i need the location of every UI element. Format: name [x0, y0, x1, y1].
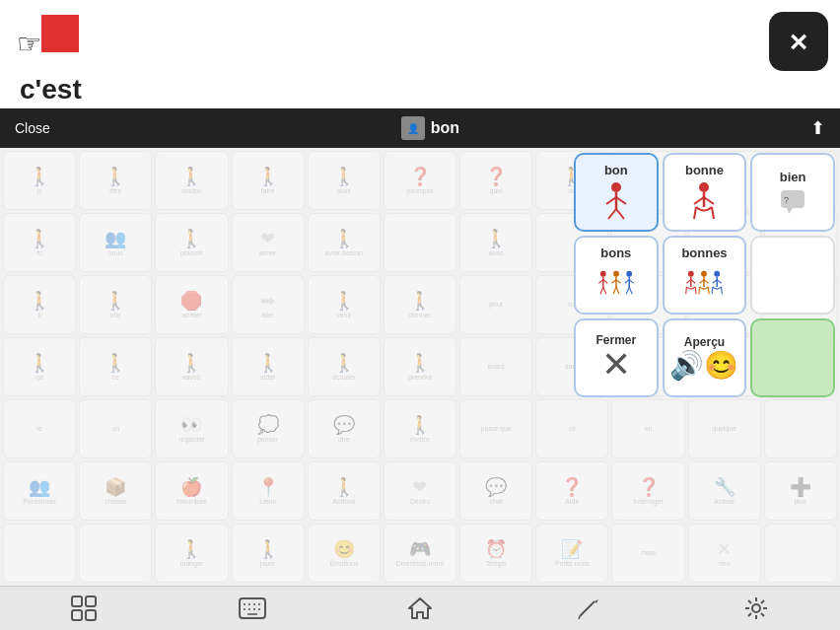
pencil-icon [575, 595, 600, 621]
variant-bon[interactable]: bon [574, 153, 659, 232]
svg-point-27 [626, 270, 632, 276]
close-x-button[interactable]: × [769, 12, 828, 71]
main-area: 🚶je🚶être🚶vouloir🚶faire🚶avoir❓pourquoi❓qu… [0, 148, 840, 586]
svg-line-38 [696, 286, 697, 293]
variant-bonne[interactable]: bonne [663, 153, 747, 232]
nav-share-button[interactable]: ⬆ [810, 117, 825, 139]
bg-cell-34: 🚶ce [79, 337, 152, 396]
bg-cell-11: 🚶tu [3, 213, 76, 272]
phrase-area: ☞ c'est [15, 10, 84, 105]
svg-point-45 [715, 270, 721, 276]
svg-rect-51 [72, 596, 82, 606]
bg-cell-4: 🚶avoir [308, 151, 381, 210]
bg-cell-68: 🚶manger [155, 524, 228, 583]
svg-point-15 [600, 270, 606, 276]
svg-line-44 [709, 286, 710, 293]
svg-marker-13 [787, 208, 793, 214]
bottom-bar [0, 586, 840, 630]
bg-cell-73: 📝Petits mots [535, 524, 608, 583]
bg-cell-2: 🚶vouloir [155, 151, 228, 210]
variant-empty [750, 236, 835, 315]
word-variant-popup: bon bonne bie [574, 153, 835, 397]
nav-word-label: bon [431, 119, 459, 137]
bg-cell-17: 🚶avec [459, 213, 532, 272]
fermer-button[interactable]: Fermer ✕ [574, 318, 659, 397]
bg-cell-48: 💬dire [308, 399, 381, 458]
bg-cell-57: 🍎Nourriture [155, 461, 228, 521]
svg-point-39 [702, 270, 708, 276]
bg-cell-33: 🚶ça [3, 337, 76, 396]
svg-line-66 [580, 601, 595, 616]
home-button[interactable] [398, 590, 442, 627]
bg-cell-71: 🎮Divertisse-ment [384, 524, 456, 583]
green-cell[interactable] [750, 318, 835, 397]
bg-cell-12: 👥nous [79, 213, 152, 272]
phrase-icon: ☞ [15, 10, 84, 69]
home-icon [407, 595, 433, 621]
bg-cell-52: en [611, 399, 684, 458]
svg-rect-55 [240, 598, 265, 618]
svg-line-49 [713, 286, 714, 293]
svg-point-69 [752, 604, 760, 612]
bg-cell-24: 🛑arrêter [155, 275, 228, 334]
variant-bien[interactable]: bien ? [750, 153, 835, 232]
bg-cell-36: 🚶aider [232, 337, 305, 396]
keyboard-button[interactable] [231, 590, 274, 627]
bg-cell-14: ❤aimer [232, 213, 305, 272]
bg-cell-46: 👀regarder [155, 399, 228, 458]
svg-line-5 [616, 209, 624, 219]
svg-line-26 [616, 286, 619, 293]
bg-cell-38: 🚶prendre [384, 337, 456, 396]
bg-cell-70: 😊Émotions [308, 524, 381, 583]
bg-cell-64: 🔧Activer [688, 461, 761, 521]
bg-cell-3: 🚶faire [232, 151, 305, 210]
variant-bonnes[interactable]: bonnes [663, 236, 747, 315]
bg-cell-63: ❓Interroger [611, 461, 684, 521]
red-square [41, 15, 79, 52]
svg-line-4 [608, 209, 616, 219]
bonnes-figure [682, 262, 726, 306]
bg-cell-6: ❓quel [459, 151, 532, 210]
bon-figure [595, 179, 638, 223]
bg-cell-13: 🚶pouvoir [155, 213, 228, 272]
bg-cell-16 [384, 213, 456, 272]
svg-line-11 [712, 207, 714, 219]
bg-cell-45: un [79, 399, 152, 458]
svg-point-0 [611, 182, 621, 192]
grid-view-button[interactable] [62, 590, 105, 627]
svg-marker-67 [595, 599, 598, 603]
svg-line-3 [616, 197, 626, 204]
svg-point-33 [688, 270, 694, 276]
apercu-button[interactable]: Aperçu 🔊😊 [663, 318, 747, 397]
bg-cell-22: 🚶il [3, 275, 76, 334]
nav-close-button[interactable]: Close [15, 120, 50, 136]
svg-marker-65 [409, 598, 431, 618]
bg-cell-76 [764, 524, 837, 583]
bonne-figure [682, 179, 726, 223]
svg-line-2 [606, 197, 616, 204]
variant-bons[interactable]: bons [574, 236, 659, 315]
pencil-button[interactable] [566, 590, 609, 627]
keyboard-icon [239, 597, 266, 619]
svg-rect-54 [86, 610, 96, 620]
bg-cell-66 [3, 524, 76, 583]
bg-cell-25: ➡aller [232, 275, 305, 334]
bg-cell-28: pour [459, 275, 532, 334]
bg-cell-47: 💭penser [232, 399, 305, 458]
svg-line-68 [579, 616, 580, 619]
svg-line-20 [603, 286, 606, 293]
bg-cell-15: 🚶avoir-besoin [308, 213, 381, 272]
settings-button[interactable] [735, 590, 778, 627]
bg-cell-51: ce [535, 399, 608, 458]
bg-cell-59: 🚶Actions [308, 461, 381, 521]
phrase-text: c'est [20, 74, 82, 105]
svg-line-32 [629, 286, 632, 293]
bg-cell-37: 🚶écouter [308, 337, 381, 396]
nav-bar: Close 👤 bon ⬆ [0, 108, 840, 148]
svg-line-25 [613, 286, 616, 293]
svg-point-21 [613, 270, 619, 276]
bons-figure [595, 262, 638, 306]
svg-point-6 [699, 182, 709, 192]
bg-cell-72: ⏰Temps [459, 524, 532, 583]
bg-cell-60: ❤Désirs [384, 461, 456, 521]
